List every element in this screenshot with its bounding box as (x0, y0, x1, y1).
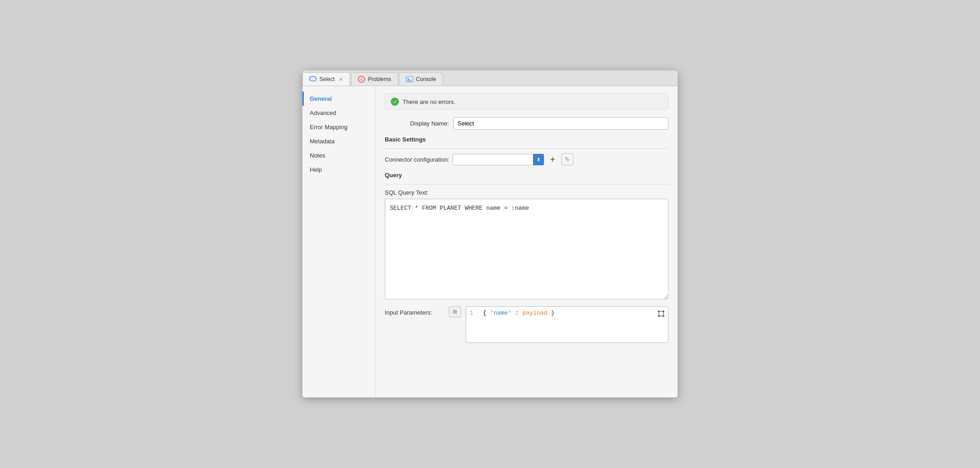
tab-select-label: Select (319, 76, 334, 82)
brace-open: { (483, 310, 486, 316)
tab-console-label: Console (416, 76, 436, 82)
sidebar-item-help[interactable]: Help (302, 163, 375, 177)
basic-settings-header: Basic Settings (385, 136, 668, 143)
input-params-section: Input Parameters: fx 1 {'name' : payload… (385, 306, 668, 343)
sidebar: General Advanced Error Mapping Metadata … (302, 86, 376, 397)
tab-bar: Select ✕ ! Problems Console (302, 71, 678, 86)
query-header: Query (385, 172, 668, 179)
sidebar-item-metadata[interactable]: Metadata (302, 134, 375, 148)
connector-select[interactable] (452, 154, 544, 165)
sql-editor[interactable]: SELECT * FROM PLANET WHERE name = :name (385, 199, 668, 299)
status-icon: ✓ (391, 98, 399, 106)
sidebar-item-notes[interactable]: Notes (302, 148, 375, 163)
sidebar-item-general[interactable]: General (302, 92, 375, 106)
add-connector-button[interactable]: + (547, 153, 559, 165)
map-icon-button[interactable] (657, 310, 665, 320)
status-bar: ✓ There are no errors. (385, 93, 668, 110)
input-params-label: Input Parameters: (385, 306, 444, 316)
sql-label: SQL Query Text: (385, 189, 668, 196)
tab-select[interactable]: Select ✕ (302, 72, 350, 86)
main-layout: General Advanced Error Mapping Metadata … (302, 86, 678, 397)
svg-point-7 (662, 310, 664, 312)
select-tab-icon (309, 76, 317, 83)
status-text: There are no errors. (403, 98, 456, 105)
query-section: Query SQL Query Text: SELECT * FROM PLAN… (385, 172, 668, 301)
fx-button[interactable]: fx (449, 306, 461, 317)
params-editor[interactable]: 1 {'name' : payload} (466, 306, 668, 343)
sidebar-item-advanced[interactable]: Advanced (302, 106, 375, 120)
svg-point-8 (658, 315, 660, 317)
display-name-input[interactable] (453, 117, 668, 130)
divider-1 (385, 148, 668, 149)
divider-2 (385, 184, 668, 185)
param-colon: : (515, 310, 519, 316)
sidebar-item-error-mapping[interactable]: Error Mapping (302, 120, 375, 134)
svg-text:!: ! (361, 77, 362, 82)
svg-point-6 (658, 310, 660, 312)
display-name-row: Display Name: (385, 117, 668, 130)
param-value: payload (522, 310, 548, 316)
connector-select-wrapper: ⬍ (452, 154, 544, 165)
map-params-icon (657, 310, 665, 318)
tab-problems[interactable]: ! Problems (351, 72, 398, 86)
param-key: 'name' (490, 310, 512, 316)
connector-label: Connector configuration: (385, 156, 450, 163)
connector-arrow-icon[interactable]: ⬍ (533, 154, 544, 165)
main-window: Select ✕ ! Problems Console General (302, 71, 678, 397)
tab-problems-label: Problems (368, 76, 391, 82)
param-brace-close: } (551, 310, 555, 316)
tab-close-button[interactable]: ✕ (339, 76, 343, 82)
content-area: ✓ There are no errors. Display Name: Bas… (376, 86, 678, 397)
problems-tab-icon: ! (358, 76, 365, 83)
display-name-label: Display Name: (385, 120, 449, 127)
edit-connector-button[interactable]: ✎ (561, 153, 573, 165)
svg-point-9 (662, 315, 664, 317)
connector-row: Connector configuration: ⬍ + ✎ (385, 153, 668, 165)
line-number: 1 (470, 310, 479, 316)
params-line-1: 1 {'name' : payload} (470, 310, 664, 316)
tab-console[interactable]: Console (399, 72, 443, 86)
console-tab-icon (406, 76, 413, 83)
